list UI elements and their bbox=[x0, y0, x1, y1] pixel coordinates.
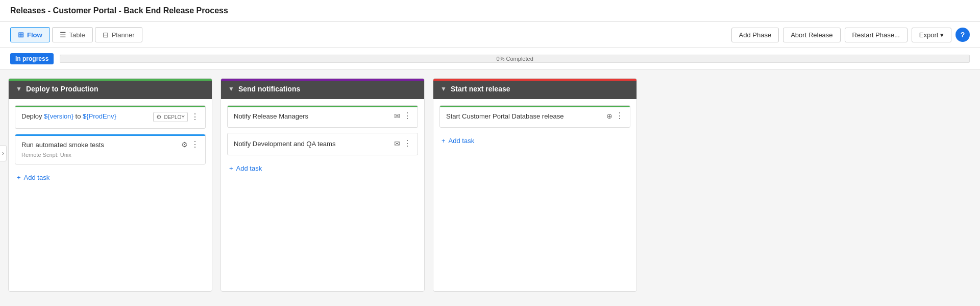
phase-body-next-release: Start Customer Portal Database release ⊕… bbox=[433, 99, 636, 291]
task-topbar-smoke bbox=[15, 134, 205, 136]
task-more-notify-dev-qa[interactable]: ⋮ bbox=[403, 139, 411, 148]
flow-icon: ⊞ bbox=[18, 31, 24, 39]
deploy-badge: ⚙ DEPLOY bbox=[153, 112, 188, 122]
add-task-label-deploy: Add task bbox=[24, 174, 50, 181]
deploy-gear-icon: ⚙ bbox=[156, 113, 162, 121]
task-sub-smoke: Remote Script: Unix bbox=[21, 152, 199, 158]
task-name-smoke: Run automated smoke tests bbox=[21, 140, 177, 150]
add-task-notifications[interactable]: + Add task bbox=[227, 160, 418, 176]
task-card-deploy: Deploy ${version} to ${ProdEnv} ⚙ DEPLOY… bbox=[15, 105, 206, 129]
phase-chevron-next-release[interactable]: ▼ bbox=[440, 85, 447, 92]
tab-planner[interactable]: ⊟ Planner bbox=[95, 27, 142, 42]
phase-header-deploy: ▼ Deploy to Production bbox=[9, 79, 212, 99]
phase-title-deploy: Deploy to Production bbox=[26, 85, 99, 93]
task-actions-smoke: ⚙ ⋮ bbox=[181, 140, 199, 149]
task-card-notify-release-managers: Notify Release Managers ✉ ⋮ bbox=[227, 105, 418, 128]
deploy-badge-label: DEPLOY bbox=[164, 114, 185, 120]
phase-start-next-release: ▼ Start next release Start Customer Port… bbox=[433, 78, 637, 292]
task-actions-deploy: ⚙ DEPLOY ⋮ bbox=[153, 112, 199, 122]
task-more-smoke[interactable]: ⋮ bbox=[191, 140, 199, 149]
toolbar-actions: Add Phase Abort Release Restart Phase...… bbox=[731, 28, 970, 42]
task-header-smoke: Run automated smoke tests ⚙ ⋮ bbox=[21, 140, 199, 150]
table-icon: ☰ bbox=[60, 31, 66, 39]
plus-circle-icon[interactable]: ⊕ bbox=[606, 112, 612, 120]
phase-chevron-notifications[interactable]: ▼ bbox=[228, 85, 234, 92]
task-header-notify-rm: Notify Release Managers ✉ ⋮ bbox=[234, 112, 411, 121]
phase-send-notifications: ▼ Send notifications Notify Release Mana… bbox=[220, 78, 425, 292]
add-task-plus-deploy: + bbox=[17, 174, 21, 181]
tab-flow-label: Flow bbox=[27, 31, 42, 39]
page-title: Releases - Customer Portal - Back End Re… bbox=[10, 6, 228, 15]
add-task-plus-next-release: + bbox=[442, 137, 446, 145]
task-name-notify-dev-qa: Notify Development and QA teams bbox=[234, 139, 390, 149]
task-more-deploy[interactable]: ⋮ bbox=[191, 113, 199, 121]
phase-color-bar-green bbox=[9, 79, 212, 81]
help-button[interactable]: ? bbox=[955, 28, 970, 42]
mail-icon-rm[interactable]: ✉ bbox=[394, 112, 400, 120]
deploy-version-var: ${version} bbox=[44, 112, 74, 120]
in-progress-badge: In progress bbox=[10, 53, 54, 64]
phase-body-deploy: Deploy ${version} to ${ProdEnv} ⚙ DEPLOY… bbox=[9, 99, 212, 291]
task-actions-start-cp: ⊕ ⋮ bbox=[606, 112, 624, 120]
phase-body-notifications: Notify Release Managers ✉ ⋮ Notify Devel… bbox=[221, 99, 424, 291]
progress-container: In progress 0% Completed bbox=[0, 48, 980, 70]
phase-color-bar-red bbox=[433, 79, 636, 81]
add-phase-button[interactable]: Add Phase bbox=[731, 28, 779, 42]
phase-header-next-release: ▼ Start next release bbox=[433, 79, 636, 99]
task-more-notify-rm[interactable]: ⋮ bbox=[403, 112, 411, 120]
phase-header-notifications: ▼ Send notifications bbox=[221, 79, 424, 99]
add-task-deploy[interactable]: + Add task bbox=[15, 170, 206, 185]
task-card-smoke-tests: Run automated smoke tests ⚙ ⋮ Remote Scr… bbox=[15, 134, 206, 164]
tab-table-label: Table bbox=[69, 31, 85, 39]
gear-icon[interactable]: ⚙ bbox=[181, 140, 188, 149]
add-task-next-release[interactable]: + Add task bbox=[439, 133, 630, 149]
toolbar: ⊞ Flow ☰ Table ⊟ Planner Add Phase Abort… bbox=[0, 22, 980, 48]
phase-title-next-release: Start next release bbox=[451, 85, 510, 93]
task-name-deploy: Deploy ${version} to ${ProdEnv} bbox=[21, 112, 149, 121]
deploy-env-var: ${ProdEnv} bbox=[83, 112, 116, 120]
tab-flow[interactable]: ⊞ Flow bbox=[10, 27, 50, 42]
phase-deploy-to-production: ▼ Deploy to Production Deploy ${version}… bbox=[8, 78, 212, 292]
task-header-deploy: Deploy ${version} to ${ProdEnv} ⚙ DEPLOY… bbox=[21, 112, 199, 122]
top-bar: Releases - Customer Portal - Back End Re… bbox=[0, 0, 980, 22]
add-task-label-next-release: Add task bbox=[449, 137, 475, 145]
task-card-notify-dev-qa: Notify Development and QA teams ✉ ⋮ bbox=[227, 133, 418, 155]
task-topbar-notify-rm bbox=[228, 106, 418, 107]
task-name-start-cp: Start Customer Portal Database release bbox=[446, 112, 602, 121]
sidebar-toggle[interactable]: › bbox=[0, 145, 7, 161]
task-card-start-customer-portal: Start Customer Portal Database release ⊕… bbox=[439, 105, 630, 128]
mail-icon-dev-qa[interactable]: ✉ bbox=[394, 139, 400, 148]
phase-title-notifications: Send notifications bbox=[238, 85, 300, 93]
progress-track: 0% Completed bbox=[60, 55, 970, 63]
task-topbar-deploy bbox=[15, 106, 205, 107]
abort-release-button[interactable]: Abort Release bbox=[783, 28, 840, 42]
task-more-start-cp[interactable]: ⋮ bbox=[616, 112, 624, 120]
phase-color-bar-purple bbox=[221, 79, 424, 81]
planner-icon: ⊟ bbox=[103, 31, 109, 39]
task-header-start-cp: Start Customer Portal Database release ⊕… bbox=[446, 112, 624, 121]
add-task-label-notifications: Add task bbox=[236, 164, 262, 172]
toolbar-tabs: ⊞ Flow ☰ Table ⊟ Planner bbox=[10, 27, 142, 42]
restart-phase-button[interactable]: Restart Phase... bbox=[845, 28, 908, 42]
task-topbar-start-cp bbox=[440, 106, 630, 107]
add-task-plus-notifications: + bbox=[229, 164, 233, 172]
task-actions-notify-rm: ✉ ⋮ bbox=[394, 112, 411, 120]
phase-chevron-deploy[interactable]: ▼ bbox=[16, 85, 22, 92]
tab-table[interactable]: ☰ Table bbox=[52, 27, 93, 42]
progress-label: 0% Completed bbox=[497, 56, 533, 62]
task-name-notify-rm: Notify Release Managers bbox=[234, 112, 390, 121]
flow-area: › ▼ Deploy to Production Deploy ${versio… bbox=[0, 70, 980, 300]
export-button[interactable]: Export ▾ bbox=[912, 28, 951, 42]
task-actions-notify-dev-qa: ✉ ⋮ bbox=[394, 139, 411, 148]
tab-planner-label: Planner bbox=[112, 31, 135, 39]
task-header-notify-dev-qa: Notify Development and QA teams ✉ ⋮ bbox=[234, 139, 411, 149]
